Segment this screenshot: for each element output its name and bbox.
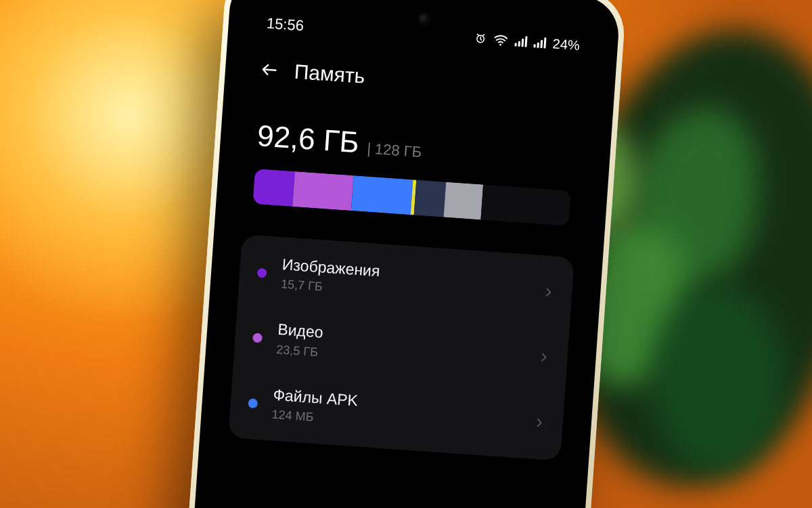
category-dot-icon [257,268,267,278]
plant-blur [650,284,785,474]
category-dot-icon [248,398,258,408]
wifi-icon [493,33,508,46]
signal-icon [514,35,527,47]
category-dot-icon [252,333,263,343]
phone-screen: 15:56 24% [187,0,611,508]
status-battery: 24% [552,36,581,54]
chevron-right-icon [533,416,545,429]
arrow-left-icon [259,60,279,80]
storage-categories-card: Изображения15,7 ГБВидео23,5 ГБФайлы APK1… [228,234,574,461]
svg-point-1 [499,43,501,45]
storage-segment-navy [414,180,446,217]
signal-icon [533,37,546,48]
storage-segment-blue [351,175,413,215]
storage-total: |128 ГБ [366,140,422,161]
phone: 15:56 24% [171,0,627,508]
storage-segment-grey [444,182,483,220]
storage-segment-purple-dark [252,169,294,207]
storage-used: 92,6 ГБ [256,119,361,159]
storage-segment-free [481,185,571,226]
plant-blur [636,108,758,284]
storage-segment-purple-light [292,171,354,211]
page-title: Память [294,60,366,88]
status-time: 15:56 [266,15,304,35]
back-button[interactable] [258,59,280,81]
photo-scene: 15:56 24% [0,0,812,508]
alarm-icon [474,32,487,45]
chevron-right-icon [542,286,555,299]
storage-usage-bar [252,169,570,226]
chevron-right-icon [537,351,550,364]
